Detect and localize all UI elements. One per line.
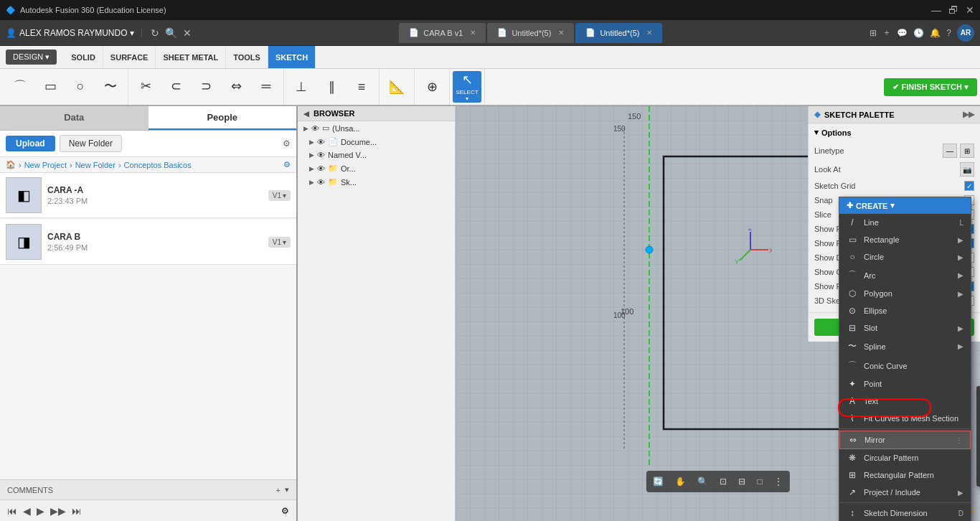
- help-icon[interactable]: ?: [946, 28, 951, 38]
- browser-item-2[interactable]: ▶ 👁 Named V...: [298, 149, 455, 161]
- browser-vis-icon-4[interactable]: 👁: [317, 178, 325, 187]
- menu-sheet-metal[interactable]: SHEET METAL: [156, 46, 226, 68]
- canvas-tool-display[interactable]: □: [753, 474, 766, 489]
- dd-item-rectangle[interactable]: ▭ Rectangle ▶: [839, 231, 971, 248]
- add-comment-icon[interactable]: +: [276, 486, 281, 494]
- palette-options-header[interactable]: ▾ Options: [814, 128, 974, 137]
- lookat-btn[interactable]: 📷: [960, 162, 974, 177]
- dd-item-mirror[interactable]: ⇔ Mirror ⋮: [839, 431, 971, 449]
- canvas-tool-settings[interactable]: ⋮: [770, 474, 787, 489]
- tool-arc[interactable]: ⌒: [6, 71, 34, 103]
- tool-fillet[interactable]: ═: [252, 71, 281, 103]
- canvas-tool-zoom[interactable]: 🔍: [693, 474, 712, 489]
- file-item-0[interactable]: ◧ CARA -A 2:23:43 PM V1 ▾: [0, 173, 296, 218]
- dd-item-point[interactable]: ✦ Point: [839, 375, 971, 393]
- settings-icon[interactable]: ⚙: [283, 139, 291, 149]
- constraint-3[interactable]: ≡: [347, 71, 376, 103]
- canvas-tool-grid[interactable]: ⊟: [734, 474, 750, 489]
- prev-btn[interactable]: ◀: [23, 505, 31, 517]
- tool-offset[interactable]: ⊂: [161, 71, 190, 103]
- browser-vis-icon-1[interactable]: 👁: [317, 138, 325, 146]
- dd-item-arc[interactable]: ⌒ Arc ▶: [839, 266, 971, 285]
- file-version-0[interactable]: V1 ▾: [268, 190, 291, 201]
- tool-mirror[interactable]: ⇔: [222, 71, 250, 103]
- inspect-1[interactable]: 📐: [382, 71, 411, 103]
- notification-icon[interactable]: 🔔: [930, 28, 941, 38]
- dd-item-conic[interactable]: ⌒ Conic Curve: [839, 356, 971, 375]
- user-info[interactable]: 👤 ALEX RAMOS RAYMUNDO ▾: [6, 28, 142, 38]
- close-icon[interactable]: ✕: [183, 27, 192, 39]
- tab-close-1[interactable]: ✕: [558, 29, 564, 37]
- dd-item-polygon[interactable]: ⬡ Polygon ▶: [839, 285, 971, 302]
- menu-sketch[interactable]: SKETCH: [268, 46, 316, 68]
- tab-0[interactable]: 📄 CARA B v1 ✕: [399, 23, 486, 43]
- dd-item-line[interactable]: / Line L: [839, 214, 971, 231]
- browser-vis-icon-3[interactable]: 👁: [317, 164, 325, 173]
- canvas-tool-pan[interactable]: ✋: [671, 474, 690, 489]
- breadcrumb-folder[interactable]: New Folder: [75, 161, 116, 169]
- tab-people[interactable]: People: [149, 106, 297, 130]
- tab-close-0[interactable]: ✕: [470, 29, 476, 37]
- tool-spline[interactable]: 〜: [96, 71, 125, 103]
- tab-data[interactable]: Data: [0, 106, 149, 130]
- browser-item-3[interactable]: ▶ 👁 📁 Or...: [298, 161, 455, 175]
- maximize-btn[interactable]: 🗗: [948, 4, 958, 16]
- playback-settings-icon[interactable]: ⚙: [281, 506, 289, 516]
- browser-item-4[interactable]: ▶ 👁 📁 Sk...: [298, 175, 455, 189]
- browser-item-0[interactable]: ▶ 👁 ▭ (Unsa...: [298, 121, 455, 135]
- browser-item-1[interactable]: ▶ 👁 📄 Docume...: [298, 135, 455, 149]
- menu-surface[interactable]: SURFACE: [103, 46, 156, 68]
- upload-button[interactable]: Upload: [6, 136, 55, 151]
- dd-item-text[interactable]: A Text: [839, 393, 971, 410]
- tab-close-2[interactable]: ✕: [646, 29, 652, 37]
- tool-extend[interactable]: ⊃: [192, 71, 220, 103]
- tool-trim[interactable]: ✂: [131, 71, 160, 103]
- canvas-area[interactable]: 150 100 150 100 TOP X Z Y: [456, 106, 980, 521]
- grid-icon[interactable]: ⊞: [870, 28, 877, 38]
- breadcrumb-settings-icon[interactable]: ⚙: [283, 160, 291, 169]
- tool-rect[interactable]: ▭: [36, 71, 65, 103]
- linetype-icon-1[interactable]: —: [943, 144, 957, 158]
- dd-item-project[interactable]: ↗ Project / Include ▶: [839, 484, 971, 501]
- history-icon[interactable]: 🕒: [913, 28, 924, 38]
- dd-item-rectangular[interactable]: ⊞ Rectangular Pattern: [839, 466, 971, 484]
- constraint-2[interactable]: ∥: [317, 71, 346, 103]
- skip-end-btn[interactable]: ⏭: [72, 505, 82, 517]
- dd-item-circular[interactable]: ❋ Circular Pattern: [839, 449, 971, 466]
- dd-item-dimension[interactable]: ↕ Sketch Dimension D: [839, 504, 971, 521]
- insert-1[interactable]: ⊕: [418, 71, 446, 103]
- search-icon[interactable]: 🔍: [165, 27, 177, 39]
- breadcrumb-home[interactable]: 🏠: [6, 160, 16, 169]
- window-controls[interactable]: — 🗗 ✕: [931, 4, 974, 16]
- play-btn[interactable]: ▶: [37, 505, 44, 517]
- tool-circle[interactable]: ○: [66, 71, 95, 103]
- linetype-icon-2[interactable]: ⊞: [960, 144, 974, 158]
- user-dropdown-icon[interactable]: ▾: [130, 28, 134, 38]
- constraint-1[interactable]: ⊥: [287, 71, 316, 103]
- browser-vis-icon-2[interactable]: 👁: [317, 151, 325, 159]
- new-folder-button[interactable]: New Folder: [60, 135, 122, 152]
- dd-item-fit-curves[interactable]: ⌇ Fit Curves to Mesh Section: [839, 410, 971, 427]
- skip-start-btn[interactable]: ⏮: [7, 505, 17, 517]
- grid-checkbox[interactable]: ✓: [964, 181, 974, 191]
- canvas-tool-fit[interactable]: ⊡: [715, 474, 731, 489]
- close-btn[interactable]: ✕: [966, 4, 974, 16]
- menu-solid[interactable]: SOLID: [64, 46, 103, 68]
- palette-expand-btn[interactable]: ▶▶: [963, 110, 974, 119]
- design-button[interactable]: DESIGN ▾: [6, 50, 57, 65]
- canvas-tool-orbit[interactable]: 🔄: [649, 474, 668, 489]
- add-tab-icon[interactable]: ＋: [882, 27, 891, 39]
- next-btn[interactable]: ▶▶: [50, 505, 66, 517]
- breadcrumb-project[interactable]: New Project: [24, 161, 67, 169]
- comment-icon[interactable]: 💬: [897, 28, 908, 38]
- create-dropdown-header[interactable]: ✚ CREATE ▾: [839, 197, 971, 214]
- comments-collapse-icon[interactable]: ▾: [285, 485, 289, 494]
- menu-tools[interactable]: TOOLS: [226, 46, 268, 68]
- tab-2[interactable]: 📄 Untitled*(5) ✕: [575, 23, 662, 43]
- dd-item-slot[interactable]: ⊟ Slot ▶: [839, 319, 971, 337]
- finish-sketch-btn[interactable]: ✔ FINISH SKETCH ▾: [884, 78, 977, 96]
- tab-1[interactable]: 📄 Untitled*(5) ✕: [487, 23, 574, 43]
- refresh-icon[interactable]: ↻: [151, 27, 159, 39]
- file-item-1[interactable]: ◨ CARA B 2:56:49 PM V1 ▾: [0, 220, 296, 265]
- dd-item-ellipse[interactable]: ⊙ Ellipse: [839, 302, 971, 319]
